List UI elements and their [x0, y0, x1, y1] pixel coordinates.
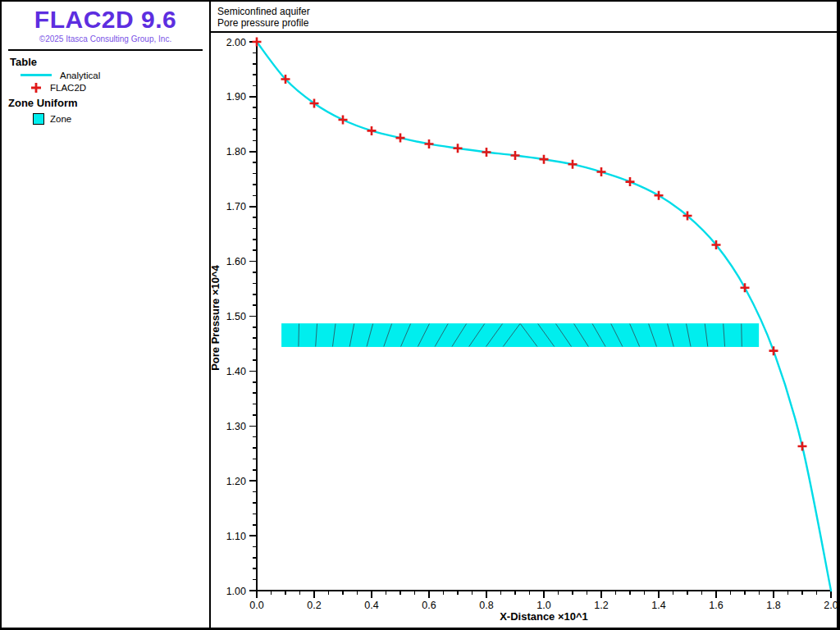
- chart-title-line2: Pore pressure profile: [217, 17, 837, 29]
- chart-title-line1: Semiconfined aquifer: [217, 6, 837, 17]
- y-tick-label: 1.40: [226, 366, 246, 377]
- y-tick-label: 1.90: [226, 91, 246, 103]
- sidebar-divider: [8, 49, 203, 51]
- flac2d-point-marker: [540, 155, 549, 164]
- y-tick-label: 1.30: [226, 421, 246, 432]
- app-logo: FLAC2D 9.6: [2, 6, 209, 34]
- y-tick-label: 1.50: [226, 311, 246, 322]
- x-tick-label: 0.2: [307, 600, 321, 611]
- legend-item-zone: Zone: [2, 112, 209, 126]
- flac2d-point-marker: [655, 191, 664, 200]
- legend-item-analytical: Analytical: [2, 69, 209, 81]
- y-tick-label: 2.00: [226, 37, 246, 48]
- flac2d-point-marker: [511, 151, 520, 160]
- x-tick-label: 1.0: [536, 600, 550, 611]
- flac2d-point-marker: [769, 346, 778, 355]
- y-tick-label: 1.60: [226, 256, 246, 267]
- y-tick-label: 1.70: [226, 201, 246, 212]
- flac2d-point-marker: [741, 283, 750, 292]
- flac2d-point-marker: [798, 442, 807, 451]
- flac2d-point-marker: [396, 134, 405, 143]
- x-tick-label: 1.6: [709, 600, 723, 611]
- legend-item-label: Analytical: [60, 71, 100, 80]
- analytical-line-swatch: [21, 74, 52, 76]
- y-tick-label: 1.10: [226, 531, 246, 542]
- flac2d-point-marker: [368, 126, 377, 135]
- legend-item-label: FLAC2D: [50, 83, 86, 93]
- flac2d-point-marker: [482, 148, 491, 157]
- zone-mesh-line: [742, 324, 742, 347]
- app-window: FLAC2D 9.6 ©2025 Itasca Consulting Group…: [0, 0, 840, 630]
- x-tick-label: 1.4: [651, 600, 665, 611]
- legend-section-zone-uniform: Zone Uniform: [2, 97, 209, 110]
- x-tick-label: 1.2: [594, 600, 608, 611]
- y-tick-label: 1.00: [226, 586, 246, 597]
- legend-section-table: Table: [2, 56, 209, 69]
- flac2d-markers: [253, 38, 807, 451]
- x-axis-label: X-Distance ×10^1: [500, 610, 588, 623]
- flac2d-point-marker: [339, 115, 348, 124]
- x-tick-label: 0.8: [479, 600, 493, 611]
- y-tick-label: 1.20: [226, 476, 246, 487]
- pore-pressure-plot: 0.00.20.40.60.81.01.21.41.61.82.02.001.9…: [211, 33, 837, 629]
- y-tick-label: 1.80: [226, 146, 246, 158]
- x-tick-label: 0.0: [249, 600, 263, 611]
- zone-band: [281, 323, 759, 347]
- flac2d-point-marker: [626, 177, 635, 186]
- plus-marker-icon: [30, 82, 42, 94]
- x-tick-label: 1.8: [766, 600, 780, 611]
- copyright-text: ©2025 Itasca Consulting Group, Inc.: [2, 34, 209, 43]
- x-tick-label: 0.6: [422, 600, 436, 611]
- zone-band-fill: [281, 323, 759, 347]
- flac2d-point-marker: [597, 167, 606, 176]
- flac2d-point-marker: [454, 144, 463, 153]
- flac2d-point-marker: [425, 139, 434, 148]
- x-tick-label: 2.0: [824, 600, 837, 611]
- flac2d-point-marker: [568, 160, 578, 169]
- legend-sidebar: FLAC2D 9.6 ©2025 Itasca Consulting Group…: [2, 2, 211, 628]
- x-tick-label: 0.4: [364, 600, 378, 611]
- legend-item-label: Zone: [50, 114, 71, 124]
- y-axis-label: Pore Pressure ×10^4: [211, 264, 221, 370]
- ticks: [249, 42, 831, 598]
- chart-header: Semiconfined aquifer Pore pressure profi…: [211, 2, 837, 33]
- zone-mesh-line: [299, 324, 299, 347]
- zone-swatch-icon: [33, 113, 44, 125]
- legend-item-flac2d: FLAC2D: [2, 81, 209, 94]
